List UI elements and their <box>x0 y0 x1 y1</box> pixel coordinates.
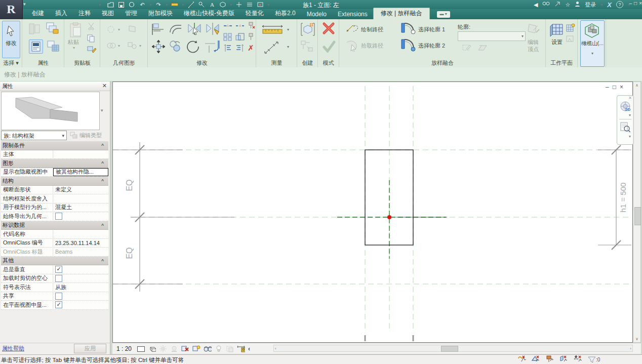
cancel-sketch-icon[interactable] <box>322 21 336 35</box>
application-menu-caret-icon[interactable]: ▾ <box>23 2 26 7</box>
tab-视图[interactable]: 视图 <box>96 8 119 19</box>
select-pinned-toggle-icon[interactable] <box>546 355 554 364</box>
dimension-icon[interactable] <box>264 41 279 55</box>
tab-柏慕2.0[interactable]: 柏慕2.0 <box>269 8 301 19</box>
align-justify-icon[interactable] <box>223 44 232 53</box>
palette-close-icon[interactable]: ✕ <box>102 83 107 89</box>
select-underlay-toggle-icon[interactable] <box>532 355 540 364</box>
scroll-left-icon[interactable]: ‹ <box>275 346 276 351</box>
zoom-icon[interactable] <box>620 122 630 135</box>
property-value[interactable] <box>53 230 108 238</box>
property-value[interactable]: Beams <box>53 248 108 256</box>
panel-mode-label[interactable]: 模式 <box>318 59 339 67</box>
panel-create-label[interactable]: 创建 <box>298 59 317 67</box>
collapse-infocenter-icon[interactable]: ◀ <box>534 2 538 8</box>
undo-icon[interactable]: ↶ <box>139 1 146 8</box>
olive-hill-caret-icon[interactable]: ▾ <box>581 51 604 56</box>
sketch-path-label[interactable]: 绘制路径 <box>361 26 383 33</box>
drawing-area[interactable]: EQ EQ h1 = 500 <box>112 82 633 343</box>
align-icon[interactable] <box>151 22 165 35</box>
scale-icon[interactable] <box>235 33 245 41</box>
panel-clipboard-label[interactable]: 剪贴板 <box>65 59 100 67</box>
eq-dimension-label-bottom[interactable]: EQ <box>125 247 134 259</box>
panel-properties-label[interactable]: 属性 <box>23 59 64 67</box>
sign-in-label[interactable]: 登录 <box>585 1 596 9</box>
close-window-icon[interactable]: × <box>639 1 642 6</box>
panel-select-label[interactable]: 选择 ▾ <box>0 59 22 67</box>
rotate-icon[interactable] <box>186 39 201 54</box>
move-icon[interactable] <box>151 39 166 54</box>
show-crop-region-icon[interactable] <box>192 345 200 353</box>
family-types-icon[interactable] <box>29 23 40 34</box>
panel-sweep-blend-label[interactable]: 放样融合 <box>340 59 545 67</box>
redo-caret-icon[interactable]: ▾ <box>166 3 168 7</box>
property-value[interactable] <box>53 150 108 159</box>
property-value[interactable] <box>53 194 108 203</box>
subscription-icon[interactable] <box>554 1 560 8</box>
sketch-path-icon[interactable] <box>346 23 359 34</box>
measure-caret-icon[interactable]: ▾ <box>182 3 184 7</box>
dimension-caret-icon[interactable]: ▾ <box>287 45 289 49</box>
property-value[interactable]: 从族 <box>53 283 108 292</box>
property-section-header[interactable]: 结构^ <box>1 177 108 186</box>
maximize-window-icon[interactable]: □ <box>634 1 637 6</box>
panel-measure-label[interactable]: 测量 <box>257 59 297 67</box>
property-value[interactable] <box>53 274 108 283</box>
tab-管理[interactable]: 管理 <box>119 8 143 19</box>
copy-element-icon[interactable] <box>169 39 182 53</box>
tab-Extensions[interactable]: Extensions <box>332 10 373 19</box>
property-value[interactable]: 23.25.30.11.14.14 <box>53 239 108 248</box>
property-checkbox[interactable] <box>55 213 62 220</box>
qat-customize-icon[interactable]: ▾ <box>267 3 269 7</box>
undo-caret-icon[interactable]: ▾ <box>149 3 151 7</box>
pin-icon[interactable] <box>248 32 255 41</box>
select-profile1-icon[interactable] <box>399 21 416 35</box>
section-collapse-icon[interactable]: ^ <box>101 223 108 228</box>
panel-geometry-label[interactable]: 几何图形 <box>101 59 147 67</box>
property-checkbox[interactable] <box>55 293 62 300</box>
help-icon[interactable]: ? <box>616 1 623 8</box>
tab-创建[interactable]: 创建 <box>26 8 50 19</box>
redo-icon[interactable]: ↷ <box>155 1 162 8</box>
family-types-grid-icon[interactable] <box>47 41 59 52</box>
horizontal-scroll-thumb[interactable] <box>441 346 458 352</box>
split-with-gap-icon[interactable] <box>235 22 245 30</box>
select-links-toggle-icon[interactable] <box>517 355 526 364</box>
set-workplane-label[interactable]: 设置 <box>546 38 568 46</box>
section-collapse-icon[interactable]: ^ <box>101 143 108 148</box>
reveal-hidden-elements-icon[interactable] <box>215 345 223 353</box>
unpin-icon[interactable] <box>248 21 256 29</box>
sync-icon[interactable] <box>128 1 135 8</box>
navbar-close-icon[interactable]: ✕ <box>628 96 632 100</box>
steering-wheel-icon[interactable]: 2D <box>620 101 631 114</box>
sign-in-caret-icon[interactable]: ▾ <box>600 3 603 7</box>
show-workplane-icon[interactable] <box>566 23 575 32</box>
favorites-icon[interactable]: ☆ <box>565 2 570 8</box>
temporary-hide-isolate-icon[interactable] <box>204 345 212 353</box>
match-type-icon[interactable] <box>87 46 96 54</box>
preview-dropdown-caret-icon[interactable]: ▾ <box>101 108 103 113</box>
family-category-icon[interactable] <box>46 22 59 34</box>
split-element-icon[interactable] <box>223 22 232 30</box>
section-collapse-icon[interactable]: ^ <box>101 258 108 263</box>
horizontal-scrollbar[interactable]: ‹ › <box>273 345 633 352</box>
property-value[interactable]: ✓ <box>53 301 108 309</box>
application-menu-button[interactable]: R <box>0 0 23 19</box>
crop-view-icon[interactable] <box>181 345 189 353</box>
create-group-icon[interactable] <box>301 22 315 36</box>
section-collapse-icon[interactable]: ^ <box>101 178 108 183</box>
measure-caret2-icon[interactable]: ▾ <box>287 27 289 32</box>
aligned-dimension-icon[interactable] <box>187 1 194 8</box>
user-icon[interactable] <box>575 1 580 8</box>
delete-icon[interactable]: ✗ <box>248 44 254 53</box>
view-scale[interactable]: 1 : 20 <box>116 345 132 352</box>
scroll-down-icon[interactable]: ∨ <box>633 337 640 341</box>
eq-dimension-label-top[interactable]: EQ <box>125 179 134 191</box>
property-value[interactable]: ✓ <box>53 265 108 274</box>
viewbar-collapse-icon[interactable]: ‹ <box>248 345 250 352</box>
tab-Modelo[interactable]: Modelo <box>301 10 332 19</box>
ribbon-display-toggle[interactable]: ▬ ▾ <box>437 11 450 18</box>
view-close-icon[interactable]: × <box>620 84 623 91</box>
view-minimize-icon[interactable]: – <box>606 84 609 91</box>
property-value[interactable] <box>53 292 108 301</box>
